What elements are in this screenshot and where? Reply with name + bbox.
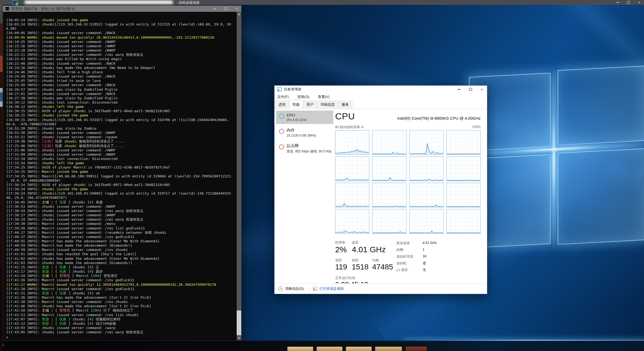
console-log-line: [17:41:46 INFO]: zhuobi has made the adv…: [6, 304, 235, 308]
detail-label: 虚拟处理器:: [396, 254, 419, 259]
background-window-fragment: [346, 347, 372, 351]
detail-label: L1 缓存:: [396, 268, 419, 272]
console-log-line: [17:36:53 INFO]: zhuobi issued server co…: [6, 204, 235, 209]
resource-monitor-icon: [313, 287, 317, 291]
console-log-line: [16:05:24 INFO]: zhuobi[/119.165.246.91:…: [6, 22, 235, 27]
scrollbar-thumb[interactable]: [237, 310, 241, 335]
close-icon[interactable]: ×: [481, 88, 483, 91]
scroll-down-icon[interactable]: [237, 336, 241, 340]
maximize-icon[interactable]: [469, 88, 472, 91]
cpu-core-graph: [409, 183, 444, 207]
console-log-line: [17:41:01 INFO]: zhuobi has reached the …: [6, 252, 235, 256]
console-title-bar[interactable]: C:\ 管理员: 国际正版 - 摸鱼人生 [重启次数:4] ×: [3, 6, 241, 12]
cpu-core-graph-grid: [335, 130, 481, 234]
console-log-line: 64.0, -476.789863742306): [6, 122, 235, 126]
console-log-line: [17:34:25 INFO]: UUID of player Maorct i…: [6, 165, 235, 170]
console-log-line: [16:30:15 INFO]: UUID of player zhuobi i…: [6, 109, 235, 113]
console-log-line: [16:22:43 INFO]: zhuobi was killed by Wi…: [6, 57, 235, 61]
summary-view-button[interactable]: 简略信息(D): [285, 286, 304, 291]
cpu-core-graph: [372, 209, 406, 234]
console-log-line: [17:41:15 INFO]: 资源 | [ 玩家 ] zhuobi [4] …: [6, 265, 235, 269]
minimize-icon[interactable]: [616, 2, 619, 3]
graph-color-ring-icon: [279, 114, 284, 119]
minecraft-server-console-window: C:\ 管理员: 国际正版 - 摸鱼人生 [重启次数:4] × [16:05:2…: [3, 5, 241, 341]
console-scrollbar[interactable]: [237, 12, 241, 340]
detail-value: 1: [423, 248, 425, 252]
console-log-line: [16:55:30 INFO]: zhuobi issued server co…: [6, 131, 235, 135]
sidebar-item-name: 内存: [287, 128, 332, 133]
detail-label: 插槽:: [396, 248, 419, 252]
menu-item[interactable]: 文件(F): [276, 94, 290, 100]
close-icon[interactable]: ×: [235, 7, 237, 10]
sidebar-item-sub: 2% 4.01 GHz: [287, 118, 331, 122]
console-icon: C:\: [5, 7, 9, 11]
console-prompt[interactable]: >: [6, 335, 8, 339]
minimize-icon[interactable]: [214, 9, 216, 9]
close-icon[interactable]: ×: [638, 1, 640, 4]
menu-item[interactable]: 查看(V): [317, 94, 330, 100]
menu-item[interactable]: 选项(O): [296, 94, 310, 100]
tab-性能[interactable]: 性能: [289, 100, 303, 109]
detail-value: 是: [423, 261, 426, 266]
console-log-line: [17:32:34 INFO]: zhuobi lost connection:…: [6, 157, 235, 161]
sidebar-item-以太网[interactable]: 以太网发送: 952 Kbps 接收: 80.0 Kbp: [276, 141, 333, 156]
console-log-line: [16:27:01 INFO]: zhuobi issued server co…: [6, 92, 235, 96]
console-log-line: [17:34:25 INFO]: Maorct joined the game: [6, 170, 235, 174]
console-log-line: [17:41:26 INFO]: Maorct issued server co…: [6, 278, 235, 282]
console-log-line: [17:40:37 INFO]: Maorct issued server co…: [6, 235, 235, 239]
console-log-line: [16:09:05 WARN]: zhuobi moved too quickl…: [6, 35, 235, 40]
task-manager-title-bar[interactable]: 任务管理器 ×: [275, 86, 487, 93]
cpu-core-graph: [447, 183, 481, 207]
stat-label: 正常运行时间: [335, 276, 368, 280]
console-log-line: [16:30:12 INFO]: zhuobi lost connection:…: [6, 100, 235, 105]
sidebar-item-name: 以太网: [287, 143, 332, 148]
cpu-panel-title: CPU: [335, 111, 355, 122]
console-log-line: [17:36:45 INFO]: 主城 | [ 玩家 ] zhuobi [4] …: [6, 200, 235, 204]
tab-用户[interactable]: 用户: [303, 101, 317, 109]
background-window-fragment: [406, 347, 427, 351]
console-log-line: [17:31:06 INFO]: zhuobi issued server co…: [6, 148, 235, 152]
console-log-line: [17:25:48 INFO]: [公告] 玩家 zhuobi 被鲲吞到挂机传送…: [6, 144, 235, 148]
menu-bar: 文件(F)选项(O)查看(V): [276, 94, 331, 100]
thread-count: 1518: [352, 263, 372, 271]
windows-logo: [469, 66, 644, 256]
open-resource-monitor-link[interactable]: 打开资源监视器: [319, 286, 344, 291]
scroll-up-icon[interactable]: [237, 12, 241, 16]
tab-详细信息[interactable]: 详细信息: [317, 101, 338, 109]
collapse-icon[interactable]: [278, 286, 283, 291]
sidebar-item-内存[interactable]: 内存15.1/16.0 GB (94%): [276, 126, 333, 140]
minimize-icon[interactable]: [458, 89, 460, 90]
remote-desktop-title-bar: - 远程桌面连接 ×: [0, 0, 644, 5]
detail-label: 基准速度:: [396, 241, 419, 246]
remote-desktop-icon: [12, 1, 17, 5]
tab-服务[interactable]: 服务: [338, 101, 352, 109]
cpu-core-graph: [335, 209, 369, 234]
maximize-icon[interactable]: [627, 1, 630, 4]
tab-进程[interactable]: 进程: [275, 101, 289, 109]
console-log-line: [16:25:50 INFO]: zhuobi issued server co…: [6, 83, 235, 87]
console-log-line: [16:30:12 INFO]: zhuobi left the game: [6, 105, 235, 109]
console-log-line: [16:22:18 INFO]: zhuobi issued server co…: [6, 48, 235, 53]
console-log-line: [17:38:19 INFO]: zhuobi issued server co…: [6, 217, 235, 222]
console-log-line: [17:41:17 INFO]: 资源 | [ 玩家 ] zhuobi [4] …: [6, 269, 235, 274]
task-manager-icon: [277, 87, 282, 92]
console-log-line: [17:36:24 INFO]: UUID of player zhuobi i…: [6, 183, 235, 187]
console-log-line: [17:42:07 INFO]: 资源 | [ 玩家 ] zhuobi [4] …: [6, 317, 235, 321]
graph-color-ring-icon: [279, 129, 284, 134]
console-log-line: [16:10:25 INFO]: zhuobi issued server co…: [6, 40, 235, 44]
cpu-core-graph: [372, 183, 406, 207]
console-log-line: [16:30:15 INFO]: zhuobi joined the game: [6, 113, 235, 118]
redacted-computer-name: [25, 1, 173, 4]
console-log-line: [16:26:57 INFO]: zhuobi was slain by Zom…: [6, 87, 235, 92]
divider: [309, 286, 309, 292]
detail-label: 虚拟机:: [396, 261, 419, 266]
maximize-icon[interactable]: [224, 8, 227, 10]
console-log-line: [16:05:24 INFO]: zhuobi joined the game: [6, 18, 235, 22]
console-log-line: [17:41:02 INFO]: zhuobi has made the adv…: [6, 257, 235, 261]
cpu-core-graph: [372, 156, 406, 181]
cpu-core-graph: [447, 156, 481, 181]
console-log-line: 08, 29.0, 106.47149970480707): [6, 196, 235, 200]
tab-bar: 进程性能用户详细信息服务: [275, 101, 352, 109]
task-manager-window: 任务管理器 × 文件(F)选项(O)查看(V) 进程性能用户详细信息服务 CPU…: [274, 85, 487, 294]
sidebar-item-CPU[interactable]: CPU2% 4.01 GHz: [276, 111, 333, 124]
